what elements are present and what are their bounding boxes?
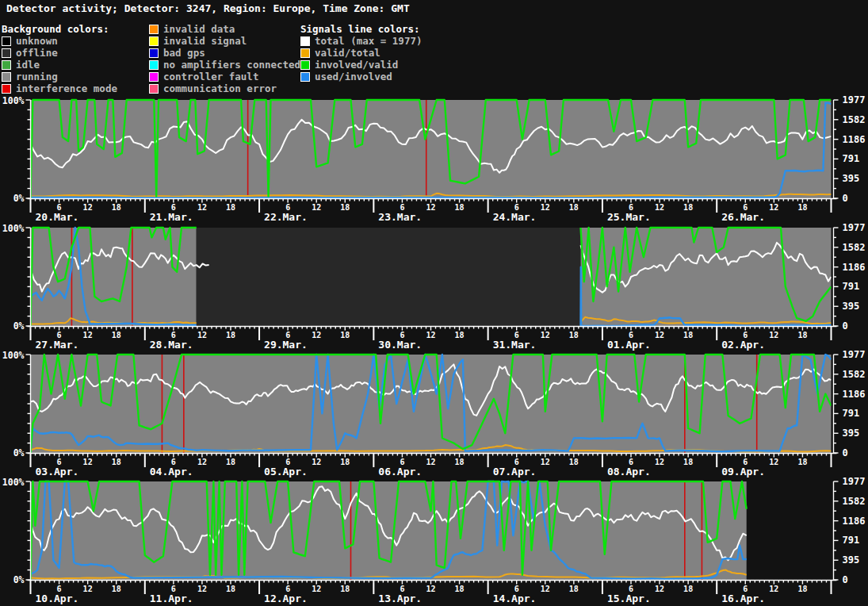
- svg-text:12: 12: [426, 585, 435, 593]
- day-label: 21.Mar.: [150, 211, 193, 223]
- right-axis: [834, 228, 839, 326]
- legend-item-offline: offline: [2, 47, 146, 59]
- day-label: 08.Apr.: [607, 466, 651, 478]
- svg-text:18: 18: [683, 331, 693, 339]
- svg-text:12: 12: [197, 585, 207, 593]
- chart-background-states: [31, 100, 832, 198]
- svg-text:1977: 1977: [843, 350, 866, 360]
- svg-text:1582: 1582: [843, 369, 866, 380]
- idle-swatch-icon: [2, 60, 11, 70]
- page-title: Detector activity; Detector: 3247, Regio…: [6, 2, 410, 14]
- day-label: 01.Apr.: [607, 339, 651, 351]
- legend-item-label: controller fault: [163, 71, 258, 82]
- svg-text:12: 12: [83, 458, 93, 466]
- svg-text:18: 18: [569, 331, 579, 339]
- valid-total-swatch-icon: [300, 48, 310, 58]
- svg-text:1186: 1186: [843, 516, 866, 527]
- left-axis: [26, 481, 31, 580]
- svg-text:12: 12: [312, 585, 321, 593]
- legend-item-communication-error: communication error: [149, 82, 298, 94]
- svg-text:791: 791: [843, 535, 860, 546]
- legend-item-label: invalid data: [163, 23, 235, 35]
- svg-text:18: 18: [226, 458, 235, 466]
- svg-text:18: 18: [569, 585, 579, 593]
- day-label: 24.Mar.: [493, 211, 537, 223]
- legend-item-invalid-signal: invalid signal: [149, 35, 298, 47]
- day-label: 30.Mar.: [378, 339, 422, 351]
- legend-item-running: running: [2, 71, 146, 82]
- svg-text:1186: 1186: [843, 389, 866, 400]
- day-label: 15.Apr.: [607, 593, 651, 604]
- svg-text:0: 0: [843, 193, 848, 204]
- svg-text:18: 18: [455, 585, 465, 593]
- svg-text:18: 18: [226, 203, 235, 212]
- svg-text:18: 18: [340, 331, 350, 339]
- legend-item-label: running: [16, 71, 58, 82]
- day-label: 02.Apr.: [721, 339, 765, 351]
- svg-text:18: 18: [683, 458, 693, 466]
- legend-fault-colors: invalid data invalid signal bad gps no a…: [149, 23, 298, 94]
- legend-item-used-involved: used/involved: [300, 71, 443, 82]
- svg-text:1186: 1186: [843, 134, 866, 145]
- svg-text:1582: 1582: [843, 242, 866, 253]
- svg-text:12: 12: [83, 585, 93, 593]
- legend-item-label: valid/total: [315, 47, 380, 59]
- day-label: 14.Apr.: [493, 593, 537, 604]
- svg-text:12: 12: [655, 331, 664, 339]
- day-label: 04.Apr.: [150, 466, 193, 478]
- svg-text:12: 12: [541, 331, 550, 339]
- left-axis: [26, 355, 31, 453]
- legend-item-label: involved/valid: [315, 59, 398, 71]
- day-label: 20.Mar.: [36, 211, 79, 223]
- communication-error-swatch-icon: [149, 84, 159, 94]
- svg-text:18: 18: [455, 203, 465, 212]
- svg-text:0%: 0%: [13, 193, 25, 204]
- svg-text:0: 0: [843, 447, 848, 458]
- legend-item-label: total (max = 1977): [315, 35, 422, 47]
- svg-text:12: 12: [197, 458, 207, 466]
- svg-text:1977: 1977: [843, 95, 866, 105]
- svg-text:1977: 1977: [843, 477, 866, 487]
- svg-text:12: 12: [541, 458, 550, 466]
- activity-chart-week-3: 100%0%0395791118615821977612186121861218…: [0, 350, 868, 478]
- legend-item-unknown: unknown: [2, 35, 146, 47]
- svg-text:18: 18: [112, 458, 121, 466]
- legend-item-label: used/involved: [315, 71, 392, 82]
- legend-item-idle: idle: [2, 59, 146, 71]
- controller-fault-swatch-icon: [149, 72, 159, 82]
- chart-background-states: [31, 355, 832, 453]
- svg-text:12: 12: [541, 203, 550, 212]
- svg-text:18: 18: [340, 203, 350, 212]
- svg-text:100%: 100%: [2, 477, 25, 488]
- day-label: 11.Apr.: [150, 593, 193, 604]
- svg-text:0: 0: [843, 320, 848, 332]
- svg-text:395: 395: [843, 428, 860, 439]
- svg-text:18: 18: [340, 458, 350, 466]
- svg-text:395: 395: [843, 301, 860, 312]
- day-label: 05.Apr.: [264, 466, 308, 478]
- day-label: 26.Mar.: [721, 211, 765, 223]
- day-label: 10.Apr.: [36, 593, 79, 604]
- svg-text:0: 0: [843, 574, 848, 585]
- svg-text:18: 18: [797, 585, 807, 593]
- svg-text:12: 12: [312, 331, 321, 339]
- day-label: 03.Apr.: [36, 466, 79, 478]
- svg-text:18: 18: [797, 458, 807, 466]
- legend-item-label: unknown: [16, 35, 58, 47]
- svg-text:12: 12: [541, 585, 550, 593]
- svg-text:1186: 1186: [843, 262, 866, 273]
- svg-text:395: 395: [843, 173, 860, 184]
- left-axis: [26, 100, 31, 198]
- svg-text:18: 18: [455, 458, 465, 466]
- right-axis: [834, 100, 839, 198]
- svg-text:18: 18: [683, 203, 693, 212]
- legend-item-total: total (max = 1977): [300, 35, 443, 47]
- legend-item-label: invalid signal: [163, 35, 247, 47]
- legend-item-label: offline: [16, 47, 58, 59]
- svg-text:18: 18: [569, 458, 579, 466]
- legend-item-interference-mode: interference mode: [2, 82, 146, 94]
- svg-text:12: 12: [655, 203, 664, 212]
- legend-item-involved-valid: involved/valid: [300, 59, 443, 71]
- day-label: 29.Mar.: [264, 339, 308, 351]
- legend-item-label: communication error: [163, 82, 277, 94]
